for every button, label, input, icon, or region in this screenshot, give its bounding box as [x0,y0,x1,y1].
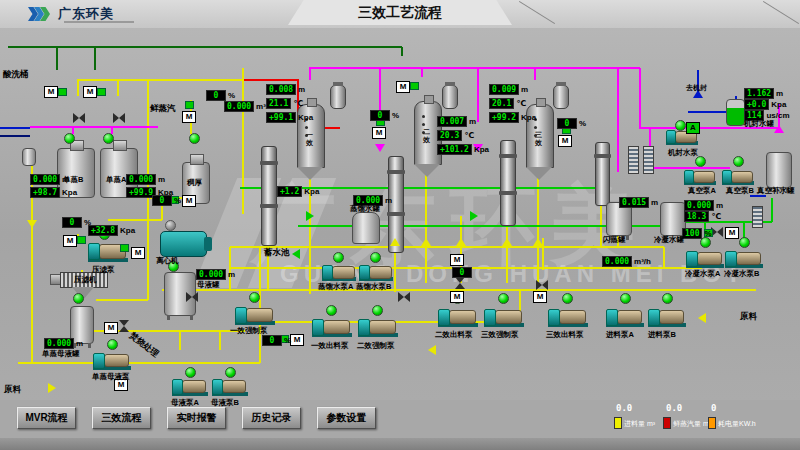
inline-vessel [22,148,36,166]
pump-e3-forced[interactable] [484,308,524,327]
label-tank-zls: 蒸馏水罐 [350,204,380,214]
header-bar: 广东环美 三效工艺流程 [0,0,800,29]
status-dot [662,293,673,304]
status-dot [326,305,337,316]
display-e2-press: +101.2Kpa [437,144,489,155]
nav-button-mvr[interactable]: MVR流程 [17,407,76,429]
flow-arrow [292,249,300,259]
bottom-strip [0,438,800,450]
pump-e2-out[interactable] [438,308,478,327]
heat-exchanger [643,146,654,174]
motor-valve[interactable]: M [104,322,118,334]
centrifuge[interactable] [160,231,207,257]
valve-indicator [97,88,106,96]
motor-valve[interactable]: M [450,291,464,303]
nav-button-history[interactable]: 历史记录 [242,407,301,429]
heater-column-3[interactable] [500,140,516,226]
motor-valve[interactable]: M [63,235,77,247]
nav-button-alarm[interactable]: 实时报警 [167,407,226,429]
manual-valve[interactable] [73,113,85,123]
pump-muye-b[interactable] [212,378,248,396]
motor-valve[interactable]: M [372,127,386,139]
label-tank-muye: 母液罐 [197,280,220,290]
pump-feed-b[interactable] [648,308,686,327]
label-pump-zls-b: 蒸馏水泵B [356,282,391,292]
tank-vacuum-makeup[interactable] [766,152,792,188]
label-pump-feed-a: 进料泵A [606,330,634,340]
label-chouhou: 稠厚 [187,178,202,188]
motor-valve[interactable]: M [725,227,739,239]
label-pump-cond-b: 冷凝水泵B [724,269,759,279]
label-tank-vac-makeup: 真空补水罐 [757,186,795,196]
status-dot [249,292,260,303]
tank-zhengliushui[interactable] [352,212,380,244]
display-e3-temp: 20.1℃ [489,98,526,109]
pump-e3-out[interactable] [548,308,588,327]
display-filter-valve: 0% [62,217,91,228]
status-dot-off [165,220,176,231]
pump-feed-a[interactable] [606,308,644,327]
label-pump-vac-b: 真空泵B [726,186,754,196]
pump-zls-b[interactable] [359,264,393,281]
tank-seal-water[interactable] [726,99,745,126]
display-e2-valve: 0% [370,110,399,121]
display-seal-press: +0.0Kpa [744,99,786,110]
label-effect1: 一效 [306,131,315,147]
nav-button-sanxiao[interactable]: 三效流程 [92,407,151,429]
label-pump-e3-out: 三效出料泵 [546,330,584,340]
motor-valve[interactable]: M [450,254,464,266]
motor-valve[interactable]: M [533,291,547,303]
pump-e1-forced[interactable] [235,306,275,325]
pump-zls-a[interactable] [322,264,356,281]
pump-condensate-a[interactable] [686,250,724,268]
pump-vacuum-a[interactable] [684,169,716,185]
manual-valve[interactable] [536,280,548,290]
label-tank-dz-muye: 单蒸母液罐 [42,349,80,359]
pump-e2-forced[interactable] [358,318,398,337]
motor-valve[interactable]: M [44,86,58,98]
label-pump-e2-forced: 二效强制泵 [357,341,395,351]
pump-vacuum-b[interactable] [722,169,754,185]
vapor-separator-pot [442,85,458,109]
label-filter-press: 压滤机 [74,275,97,285]
motor-valve[interactable]: M [290,334,304,346]
status-dot [225,367,236,378]
motor-valve[interactable]: M [396,81,410,93]
label-tank-danzheng-b: 单蒸B [63,175,83,185]
manual-valve[interactable] [113,113,125,123]
flow-arrow [421,238,431,246]
heat-exchanger [628,146,639,174]
motor-valve[interactable]: M [182,111,196,123]
legend-power-value: 0 [711,403,716,413]
legend-steam-label: 鲜蒸汽量 m³ [673,419,711,429]
display-cond-temp: 18.3℃ [684,211,721,222]
manual-valve[interactable] [398,292,410,302]
motor-valve[interactable]: M [83,86,97,98]
flow-arrow [306,211,314,221]
flow-arrow [27,220,37,228]
nav-button-params[interactable]: 参数设置 [317,407,376,429]
pump-a-badge: A [686,122,700,134]
display-e3-valve: 0% [557,118,586,129]
motor-valve[interactable]: M [182,195,196,207]
pump-e1-out[interactable] [312,318,352,337]
pump-dz-muye[interactable] [93,352,131,370]
label-pump-vac-a: 真空泵A [688,186,716,196]
vapor-separator-pot [553,85,569,109]
legend-power-label: 耗电量KW.h [718,419,756,429]
manual-valve[interactable] [119,320,129,332]
display-cond-level: 0.000m [684,200,723,211]
legend-steam-value: 0.0 [666,403,682,413]
label-pump-dz-muye: 单蒸母液泵 [92,372,130,382]
manual-valve[interactable] [186,292,198,302]
pump-condensate-b[interactable] [725,250,763,268]
pump-muye-a[interactable] [172,378,208,396]
manual-valve[interactable] [455,277,465,289]
motor-valve[interactable]: M [131,247,145,259]
flow-arrow [390,238,400,246]
heater-column-1[interactable] [261,146,277,246]
label-water-pool: 蓄水池 [264,247,290,259]
header-decor-line [763,1,799,24]
motor-valve[interactable]: M [558,135,572,147]
heater-column-4[interactable] [595,142,610,206]
